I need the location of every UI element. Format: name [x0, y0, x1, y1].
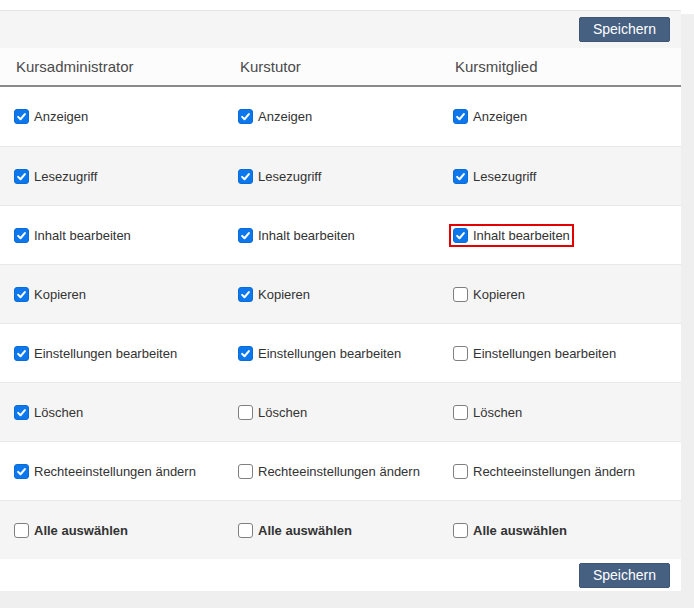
checkbox-label[interactable]: Anzeigen [473, 109, 527, 124]
checkbox[interactable] [453, 346, 468, 361]
checkbox-label[interactable]: Inhalt bearbeiten [473, 228, 570, 243]
table-row: Inhalt bearbeitenInhalt bearbeitenInhalt… [0, 205, 681, 264]
checkbox-label[interactable]: Löschen [34, 405, 83, 420]
highlighted-checkbox-group: Inhalt bearbeiten [453, 228, 570, 243]
checkbox-group: Inhalt bearbeiten [238, 228, 355, 243]
checkbox[interactable] [453, 464, 468, 479]
column-header-kurstutor: Kurstutor [240, 58, 455, 75]
checkbox-group: Rechteeinstellungen ändern [238, 464, 420, 479]
bottom-toolbar: Speichern [0, 559, 681, 591]
permission-cell: Löschen [453, 405, 681, 420]
checkbox-label[interactable]: Anzeigen [258, 109, 312, 124]
permission-cell: Einstellungen bearbeiten [14, 346, 238, 361]
table-row: AnzeigenAnzeigenAnzeigen [0, 87, 681, 146]
checkbox-label[interactable]: Einstellungen bearbeiten [258, 346, 401, 361]
permissions-panel: Speichern Kursadministrator Kurstutor Ku… [0, 0, 681, 591]
checkbox-label[interactable]: Lesezugriff [258, 169, 321, 184]
check-icon [16, 407, 27, 418]
check-icon [240, 171, 251, 182]
table-row: Rechteeinstellungen ändernRechteeinstell… [0, 441, 681, 500]
checkbox[interactable] [453, 169, 468, 184]
check-icon [16, 111, 27, 122]
checkbox[interactable] [238, 464, 253, 479]
checkbox-label[interactable]: Kopieren [258, 287, 310, 302]
checkbox-group: Kopieren [238, 287, 310, 302]
column-header-kursadministrator: Kursadministrator [16, 58, 240, 75]
checkbox-group: Löschen [453, 405, 522, 420]
checkbox-label[interactable]: Einstellungen bearbeiten [34, 346, 177, 361]
checkbox-group: Anzeigen [453, 109, 527, 124]
checkbox[interactable] [453, 523, 468, 538]
permission-cell: Alle auswählen [14, 523, 238, 538]
checkbox[interactable] [453, 228, 468, 243]
checkbox-label[interactable]: Rechteeinstellungen ändern [473, 464, 635, 479]
checkbox[interactable] [14, 464, 29, 479]
checkbox-label[interactable]: Alle auswählen [258, 523, 352, 538]
checkbox-label[interactable]: Löschen [473, 405, 522, 420]
checkbox-label[interactable]: Alle auswählen [34, 523, 128, 538]
permission-cell: Anzeigen [453, 109, 681, 124]
checkbox-group: Alle auswählen [238, 523, 352, 538]
permission-cell: Inhalt bearbeiten [14, 228, 238, 243]
checkbox[interactable] [14, 287, 29, 302]
checkbox-label[interactable]: Kopieren [473, 287, 525, 302]
checkbox-group: Kopieren [453, 287, 525, 302]
checkbox[interactable] [453, 287, 468, 302]
permission-cell: Löschen [238, 405, 453, 420]
table-row: KopierenKopierenKopieren [0, 264, 681, 323]
permission-cell: Anzeigen [238, 109, 453, 124]
checkbox-group: Rechteeinstellungen ändern [14, 464, 196, 479]
top-toolbar: Speichern [0, 10, 681, 48]
checkbox-group: Einstellungen bearbeiten [238, 346, 401, 361]
checkbox-label[interactable]: Einstellungen bearbeiten [473, 346, 616, 361]
checkbox-group: Anzeigen [14, 109, 88, 124]
checkbox[interactable] [238, 346, 253, 361]
permission-cell: Rechteeinstellungen ändern [238, 464, 453, 479]
checkbox[interactable] [14, 109, 29, 124]
permission-cell: Rechteeinstellungen ändern [14, 464, 238, 479]
checkbox-label[interactable]: Inhalt bearbeiten [34, 228, 131, 243]
checkbox-label[interactable]: Kopieren [34, 287, 86, 302]
checkbox-label[interactable]: Lesezugriff [473, 169, 536, 184]
checkbox[interactable] [238, 228, 253, 243]
checkbox-group: Lesezugriff [238, 169, 321, 184]
checkbox[interactable] [14, 228, 29, 243]
permission-cell: Kopieren [14, 287, 238, 302]
checkbox[interactable] [238, 109, 253, 124]
checkbox[interactable] [453, 109, 468, 124]
checkbox[interactable] [238, 405, 253, 420]
checkbox-label[interactable]: Löschen [258, 405, 307, 420]
check-icon [240, 289, 251, 300]
checkbox-group: Lesezugriff [14, 169, 97, 184]
permission-cell: Einstellungen bearbeiten [238, 346, 453, 361]
check-icon [16, 348, 27, 359]
checkbox[interactable] [14, 346, 29, 361]
permission-cell: Alle auswählen [453, 523, 681, 538]
checkbox[interactable] [238, 287, 253, 302]
checkbox-group: Kopieren [14, 287, 86, 302]
checkbox[interactable] [453, 405, 468, 420]
check-icon [455, 171, 466, 182]
checkbox-label[interactable]: Rechteeinstellungen ändern [258, 464, 420, 479]
table-row: Einstellungen bearbeitenEinstellungen be… [0, 323, 681, 382]
checkbox-group: Inhalt bearbeiten [14, 228, 131, 243]
checkbox-label[interactable]: Lesezugriff [34, 169, 97, 184]
check-icon [16, 466, 27, 477]
permission-cell: Einstellungen bearbeiten [453, 346, 681, 361]
checkbox-group: Alle auswählen [14, 523, 128, 538]
checkbox-label[interactable]: Rechteeinstellungen ändern [34, 464, 196, 479]
checkbox-label[interactable]: Anzeigen [34, 109, 88, 124]
save-button-bottom[interactable]: Speichern [579, 563, 670, 588]
permission-cell: Lesezugriff [238, 169, 453, 184]
checkbox-group: Löschen [14, 405, 83, 420]
check-icon [240, 111, 251, 122]
checkbox[interactable] [238, 523, 253, 538]
checkbox[interactable] [14, 523, 29, 538]
checkbox[interactable] [14, 405, 29, 420]
checkbox-label[interactable]: Inhalt bearbeiten [258, 228, 355, 243]
checkbox[interactable] [238, 169, 253, 184]
checkbox-group: Anzeigen [238, 109, 312, 124]
checkbox[interactable] [14, 169, 29, 184]
checkbox-label[interactable]: Alle auswählen [473, 523, 567, 538]
save-button-top[interactable]: Speichern [579, 17, 670, 42]
